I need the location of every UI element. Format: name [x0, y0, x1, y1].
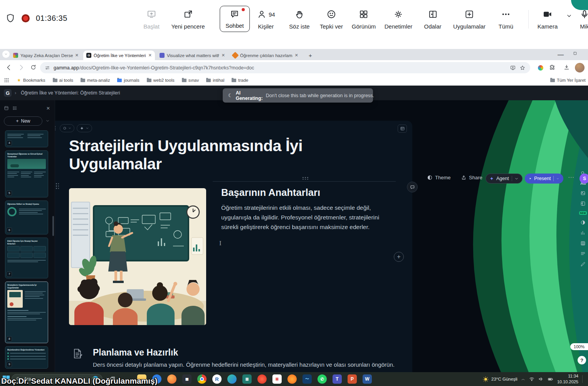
new-slide-button[interactable]: +New	[4, 116, 42, 126]
add-block-button[interactable]: +	[394, 252, 404, 262]
slide-title[interactable]: Stratejilerin Uygulanmasında İyi Uygulam…	[69, 137, 354, 173]
text-lines-icon[interactable]	[580, 251, 586, 256]
close-panel-icon[interactable]: ✕	[46, 106, 50, 111]
section-heading-1[interactable]: Başarının Anahtarları	[221, 187, 320, 198]
slide-thumbnail-6[interactable]: Öğrenme Stilleri ve Strateji Uyumu 6	[5, 201, 48, 234]
taskbar-app-chrome[interactable]	[197, 374, 207, 384]
bookmark-item[interactable]: trade	[232, 78, 248, 83]
taskbar-app-orange[interactable]	[287, 374, 297, 384]
browser-tab-2-active[interactable]: G Öğretim İlke ve Yöntemleri: Öğ ✕	[83, 51, 155, 60]
taskbar-app-powerpoint[interactable]: P	[348, 374, 357, 384]
mic-button[interactable]: Mik	[580, 9, 588, 30]
taskbar-app-firefox[interactable]	[167, 374, 176, 384]
share-button[interactable]: Share	[461, 175, 482, 180]
contrast-icon[interactable]	[580, 220, 586, 225]
bookmark-item[interactable]: Bookmarks	[17, 78, 45, 83]
apps-grid-icon[interactable]	[4, 78, 9, 83]
bookmark-item[interactable]: journals	[117, 78, 139, 83]
panel-scrollbar[interactable]	[52, 216, 54, 236]
card-layout-button[interactable]	[398, 125, 407, 133]
browser-tab-4[interactable]: Öğrenme çıktıları hazırlama ✕	[230, 51, 301, 60]
window-minimize-button[interactable]: —	[558, 51, 564, 58]
tab-close-icon[interactable]: ✕	[295, 53, 298, 58]
classroom-illustration[interactable]	[69, 188, 206, 325]
raise-hand-button[interactable]: Söz iste	[289, 9, 309, 30]
card-theme-picker[interactable]	[60, 124, 74, 132]
layout-icon[interactable]	[580, 201, 586, 206]
bookmark-item[interactable]: web2 tools	[147, 78, 175, 83]
comment-bubble-button[interactable]	[407, 182, 418, 192]
controls-button[interactable]: Denetimler	[385, 9, 413, 30]
browser-tab-1[interactable]: Yapay Zeka Araçları Derse Enteg ✕	[10, 51, 82, 60]
taskbar-app-word[interactable]: W	[363, 374, 372, 384]
battery-icon[interactable]	[548, 376, 553, 382]
slide-thumbnail-9[interactable]: Biçimlendirici Değerlendirme Yöntemleri …	[5, 346, 48, 369]
camera-options-chevron[interactable]	[566, 12, 573, 19]
start-share-button[interactable]: Başlat	[143, 9, 160, 30]
taskbar-app-asterisk[interactable]: ✳	[272, 374, 282, 384]
more-button[interactable]: Tümü	[499, 9, 513, 30]
forward-button[interactable]	[18, 64, 25, 71]
people-button[interactable]: 94 Kişiler	[257, 9, 275, 30]
section-paragraph-2[interactable]: Ders öncesi detaylı planlama yapın. Öğre…	[93, 361, 401, 368]
slide-thumbnail-4[interactable]: 4	[5, 130, 48, 147]
slide-thumbnail-7[interactable]: Etkili Öğretim İçin Strateji Seçimi Krit…	[5, 238, 48, 278]
table-icon[interactable]	[580, 241, 586, 246]
list-view-icon[interactable]	[12, 106, 17, 111]
gamma-logo[interactable]: G	[4, 89, 12, 97]
theme-button[interactable]: Theme	[427, 175, 450, 180]
window-maximize-button[interactable]	[573, 51, 577, 56]
block-drag-handle[interactable]	[302, 177, 309, 180]
rooms-button[interactable]: Odalar	[424, 9, 441, 30]
taskbar-app-red[interactable]	[257, 374, 267, 384]
taskbar-app-teal[interactable]: ≣	[242, 374, 252, 384]
hidden-icons-chevron[interactable]: ︿	[521, 376, 525, 382]
tab-close-icon[interactable]: ✕	[222, 53, 225, 58]
header-more-button[interactable]: ⋯	[568, 174, 574, 181]
browser-tab-3[interactable]: Visualize what matters with AI | ✕	[156, 51, 228, 60]
install-app-icon[interactable]	[510, 65, 516, 71]
help-button[interactable]: ?	[578, 356, 586, 364]
extension-colored-icon[interactable]	[538, 65, 543, 71]
apps-button[interactable]: Uygulamalar	[453, 9, 486, 30]
taskbar-app-rstudio[interactable]: R	[212, 374, 222, 384]
taskbar-app-edge[interactable]	[227, 374, 237, 384]
tab-close-icon[interactable]: ✕	[148, 53, 152, 58]
extensions-puzzle-button[interactable]	[549, 64, 555, 71]
agent-button[interactable]: Agent	[486, 174, 522, 184]
taskbar-clock[interactable]: 11:34 10.10.2025	[557, 373, 578, 385]
user-avatar[interactable]: S	[580, 174, 588, 184]
wifi-icon[interactable]	[529, 376, 534, 382]
view-button[interactable]: Görünüm	[352, 9, 376, 30]
card-ai-actions[interactable]	[77, 124, 92, 132]
new-slide-options-chevron[interactable]	[45, 119, 50, 123]
react-button[interactable]: Tepki ver	[320, 9, 343, 30]
chat-button[interactable]: Sohbet	[220, 6, 250, 32]
present-button[interactable]: Present	[525, 174, 563, 184]
bookmark-item[interactable]: ai tools	[53, 78, 73, 83]
taskbar-app-whatsapp[interactable]: ✆	[318, 374, 327, 384]
bookmark-item[interactable]: meta-analiz	[81, 78, 110, 83]
section-paragraph-1[interactable]: Öğretim stratejilerinin etkili olması, s…	[221, 203, 392, 232]
bookmark-item[interactable]: sınav	[182, 78, 199, 83]
address-bar[interactable]: gamma.app/docs/Ogretim-Ilke-ve-Yontemler…	[40, 62, 530, 73]
slide-thumbnail-8-selected[interactable]: Stratejilerin Uygulanmasında İyi Uygulam…	[5, 281, 48, 343]
back-button[interactable]	[5, 64, 12, 71]
reload-button[interactable]	[30, 64, 37, 71]
new-tab-button[interactable]: +	[307, 52, 314, 59]
bookmark-star-icon[interactable]	[519, 65, 526, 71]
pencil-icon[interactable]	[580, 261, 586, 267]
show-desktop-divider[interactable]	[582, 375, 583, 383]
block-drag-handle[interactable]	[56, 183, 59, 189]
chart-icon[interactable]	[580, 230, 586, 236]
section-heading-2[interactable]: Planlama ve Hazırlık	[93, 347, 178, 358]
all-bookmarks-folder[interactable]: Tüm Yer İşaretle	[550, 78, 586, 83]
bookmark-item[interactable]: intihal	[206, 78, 224, 83]
slide-thumbnail-5[interactable]: Deneyimsel Öğrenme ve Görsel-İşitsel Yön…	[5, 150, 48, 197]
tab-close-icon[interactable]: ✕	[75, 53, 79, 58]
tab-search-button[interactable]	[2, 51, 10, 58]
camera-button[interactable]: Kamera	[538, 9, 558, 30]
browser-profile-avatar[interactable]	[575, 63, 585, 72]
card-view-icon[interactable]	[4, 106, 9, 111]
taskbar-app-calculator[interactable]: ▦	[182, 374, 192, 384]
